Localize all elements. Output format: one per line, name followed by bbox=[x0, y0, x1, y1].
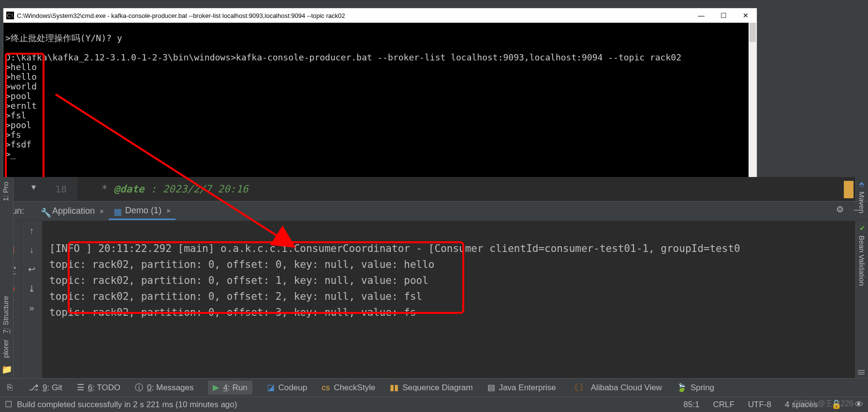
editor-line: * @date : 2023/2/7 20:16 bbox=[77, 183, 248, 195]
terminal-line: D:\kafka\kafka_2.12-3.1.0-1-2-3\bin\wind… bbox=[5, 52, 681, 62]
inspection-eye-icon[interactable]: 👁 bbox=[855, 400, 863, 410]
folder-icon[interactable]: 📁 bbox=[2, 365, 12, 374]
checkstyle-icon: cs bbox=[322, 383, 330, 393]
up-icon[interactable]: ↑ bbox=[27, 226, 37, 235]
close-button[interactable]: ✕ bbox=[735, 8, 757, 23]
structure-toolwin-button[interactable]: 7: Structure bbox=[0, 293, 13, 337]
terminal-line: >终止批处理操作吗(Y/N)? y bbox=[5, 33, 122, 43]
build-status[interactable]: Build completed successfully in 2 s 221 … bbox=[17, 400, 237, 410]
gear-icon[interactable]: ⚙ bbox=[835, 205, 845, 214]
ide-window: ▾ 18 * @date : 2023/2/7 20:16 ⬘Maven Run… bbox=[0, 177, 868, 412]
tab-application[interactable]: 🔧 Application × bbox=[36, 203, 109, 219]
close-icon[interactable]: × bbox=[100, 207, 104, 215]
javadoc-tag: @date bbox=[114, 183, 144, 195]
comment-star: * bbox=[102, 183, 114, 195]
bottom-toolwindow-bar: ⎘ ⎇9: Git ☰6: TODO ⓘ0: Messages ▶4: Run … bbox=[0, 378, 868, 397]
toolwin-run[interactable]: ▶4: Run bbox=[208, 381, 252, 395]
line-number: 18 bbox=[55, 183, 67, 195]
message-icon: ⓘ bbox=[135, 382, 143, 393]
right-toolstrip: ⬘Maven bbox=[855, 177, 868, 201]
alibaba-icon: 〔〕 bbox=[571, 382, 587, 393]
toolwin-todo[interactable]: ☰6: TODO bbox=[77, 383, 120, 393]
minimize-icon[interactable]: — bbox=[853, 205, 863, 214]
toolwin-checkstyle[interactable]: csCheckStyle bbox=[322, 383, 375, 393]
cmd-terminal-body[interactable]: >终止批处理操作吗(Y/N)? y D:\kafka\kafka_2.12-3.… bbox=[3, 23, 757, 189]
run-toolwindow: Run: 🔧 Application × ▦ Demo (1) × ⚙ — ↻ … bbox=[0, 201, 868, 378]
file-encoding[interactable]: UTF-8 bbox=[748, 400, 771, 410]
wrench-icon: 🔧 bbox=[41, 207, 48, 215]
explorer-toolwin-button[interactable]: plorer bbox=[0, 337, 13, 361]
minimize-button[interactable]: — bbox=[690, 8, 712, 23]
toolwin-alibaba[interactable]: 〔〕Alibaba Cloud View bbox=[571, 382, 662, 393]
javaee-icon: ▤ bbox=[487, 383, 495, 393]
caret-position[interactable]: 85:1 bbox=[683, 400, 699, 410]
play-icon: ▶ bbox=[213, 383, 219, 393]
cmd-window: C:\ C:\Windows\System32\cmd.exe - kafka-… bbox=[3, 8, 757, 177]
bean-validation-toolwin-button[interactable]: ✔Bean Validation bbox=[856, 221, 868, 289]
line-separator[interactable]: CRLF bbox=[713, 400, 734, 410]
toolwin-spring[interactable]: 🍃Spring bbox=[677, 383, 714, 393]
close-icon[interactable]: × bbox=[166, 206, 171, 215]
codeup-icon: ◪ bbox=[267, 383, 275, 393]
project-toolwin-button[interactable]: 1: Pro bbox=[0, 179, 13, 204]
run-header: Run: 🔧 Application × ▦ Demo (1) × ⚙ — bbox=[0, 201, 868, 221]
run-toolbar-secondary: ↑ ↓ ↩ ⤓ » bbox=[21, 221, 43, 378]
status-bar: ☐ Build completed successfully in 2 s 22… bbox=[0, 397, 868, 412]
cmd-icon: C:\ bbox=[6, 12, 14, 19]
cmd-scroll-thumb[interactable] bbox=[750, 23, 756, 42]
maximize-button[interactable]: ☐ bbox=[712, 8, 735, 23]
annotation-highlight-box bbox=[5, 53, 44, 181]
more-icon[interactable]: » bbox=[27, 303, 37, 313]
status-icon[interactable]: ☐ bbox=[5, 399, 12, 410]
run-config-icon: ▦ bbox=[114, 206, 121, 214]
left-toolstrip: 1: Pro 7: Structure plorer 📁 bbox=[0, 177, 14, 378]
inspection-marker[interactable] bbox=[844, 181, 853, 198]
database-toolwin-button[interactable]: ||| bbox=[856, 367, 868, 378]
git-branch-icon: ⎇ bbox=[29, 383, 39, 393]
cmd-titlebar[interactable]: C:\ C:\Windows\System32\cmd.exe - kafka-… bbox=[3, 8, 757, 23]
list-icon: ☰ bbox=[77, 383, 84, 393]
down-icon[interactable]: ↓ bbox=[27, 245, 37, 255]
toolwin-java-enterprise[interactable]: ▤Java Enterprise bbox=[487, 383, 556, 393]
toolwindow-toggle-icon[interactable]: ⎘ bbox=[5, 383, 15, 393]
run-body: ↻ 📷 🐞 » ↑ ↓ ↩ ⤓ » [INFO ] 20:11:22.292 [… bbox=[0, 221, 868, 378]
watermark: CSDN @王成226 bbox=[793, 399, 853, 409]
softwrap-icon[interactable]: ↩ bbox=[27, 265, 37, 274]
diagram-icon: ▮▮ bbox=[390, 383, 398, 393]
spring-icon: 🍃 bbox=[677, 383, 687, 393]
toolwin-git[interactable]: ⎇9: Git bbox=[29, 383, 62, 393]
toolwin-codeup[interactable]: ◪Codeup bbox=[267, 383, 308, 393]
cmd-title: C:\Windows\System32\cmd.exe - kafka-cons… bbox=[17, 12, 690, 19]
scroll-end-icon[interactable]: ⤓ bbox=[27, 284, 37, 294]
toolwin-messages[interactable]: ⓘ0: Messages bbox=[135, 382, 193, 393]
toolwin-sequence-diagram[interactable]: ▮▮Sequence Diagram bbox=[390, 383, 473, 393]
tab-demo[interactable]: ▦ Demo (1) × bbox=[109, 203, 176, 220]
cmd-scrollbar[interactable] bbox=[749, 23, 757, 189]
annotation-highlight-box bbox=[68, 241, 464, 314]
fold-chevron-icon[interactable]: ▾ bbox=[31, 182, 36, 192]
javadoc-value: 2023/2/7 20:16 bbox=[162, 183, 248, 195]
editor-area[interactable]: ▾ 18 * @date : 2023/2/7 20:16 ⬘Maven bbox=[0, 177, 868, 201]
